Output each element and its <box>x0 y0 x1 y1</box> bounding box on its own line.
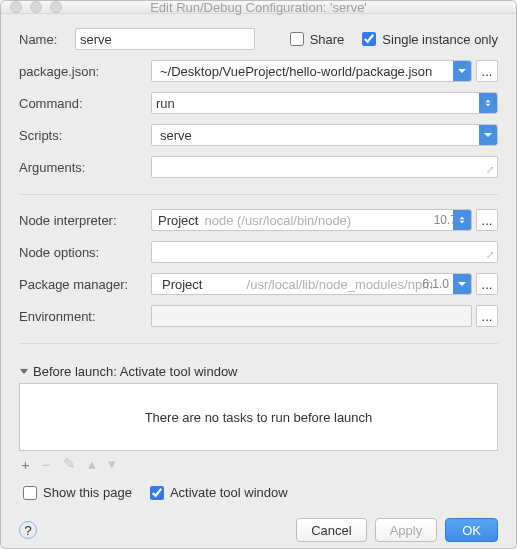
add-task-button[interactable]: + <box>21 456 30 473</box>
before-launch-header[interactable]: Before launch: Activate tool window <box>19 364 498 379</box>
share-checkbox[interactable] <box>290 32 304 46</box>
arguments-label: Arguments: <box>19 160 151 175</box>
scripts-select[interactable]: serve <box>151 124 498 146</box>
arguments-input[interactable]: ⤢ <box>151 156 498 178</box>
help-icon: ? <box>24 523 31 538</box>
package-manager-label: Package manager: <box>19 277 151 292</box>
single-instance-text: Single instance only <box>382 32 498 47</box>
name-row: Name: Share Single instance only <box>19 28 498 50</box>
move-down-button: ▾ <box>108 455 116 473</box>
package-manager-row: Package manager: Project /usr/local/lib/… <box>19 273 498 295</box>
package-json-browse-button[interactable]: ... <box>476 60 498 82</box>
chevron-down-icon <box>453 61 471 81</box>
package-json-select[interactable]: ~/Desktop/VueProject/hello-world/package… <box>151 60 472 82</box>
dialog-window: Edit Run/Debug Configuration: 'serve' Na… <box>0 0 517 549</box>
node-interpreter-row: Node interpreter: Project node (/usr/loc… <box>19 209 498 231</box>
package-json-value: ~/Desktop/VueProject/hello-world/package… <box>156 64 432 79</box>
ellipsis-icon: ... <box>482 309 493 324</box>
bottom-checks: Show this page Activate tool window <box>19 481 498 512</box>
package-json-row: package.json: ~/Desktop/VueProject/hello… <box>19 60 498 82</box>
activate-tool-window-text: Activate tool window <box>170 485 288 500</box>
titlebar: Edit Run/Debug Configuration: 'serve' <box>1 1 516 14</box>
separator <box>19 343 498 344</box>
footer: ? Cancel Apply OK <box>19 512 498 549</box>
scripts-label: Scripts: <box>19 128 151 143</box>
package-manager-browse-button[interactable]: ... <box>476 273 498 295</box>
node-interpreter-path: node (/usr/local/bin/node) <box>198 213 351 228</box>
chevron-updown-icon <box>453 210 471 230</box>
command-value: run <box>152 96 175 111</box>
scripts-row: Scripts: serve <box>19 124 498 146</box>
ok-button[interactable]: OK <box>445 518 498 542</box>
chevron-updown-icon <box>479 93 497 113</box>
environment-browse-button[interactable]: ... <box>476 305 498 327</box>
before-launch-tasks: There are no tasks to run before launch <box>19 383 498 451</box>
show-this-page-text: Show this page <box>43 485 132 500</box>
command-select[interactable]: run <box>151 92 498 114</box>
single-instance-label[interactable]: Single instance only <box>362 32 498 47</box>
triangle-down-icon <box>19 367 29 377</box>
chevron-down-icon <box>479 125 497 145</box>
command-row: Command: run <box>19 92 498 114</box>
name-input[interactable] <box>75 28 255 50</box>
help-button[interactable]: ? <box>19 521 37 539</box>
separator <box>19 194 498 195</box>
show-this-page-checkbox[interactable] <box>23 486 37 500</box>
single-instance-checkbox[interactable] <box>362 32 376 46</box>
command-label: Command: <box>19 96 151 111</box>
name-row-checks: Share Single instance only <box>290 32 498 47</box>
environment-input[interactable] <box>151 305 472 327</box>
chevron-down-icon <box>453 274 471 294</box>
move-up-button: ▴ <box>88 455 96 473</box>
node-options-row: Node options: ⤢ <box>19 241 498 263</box>
before-launch-toolbar: + − ✎ ▴ ▾ <box>19 451 498 481</box>
window-title: Edit Run/Debug Configuration: 'serve' <box>1 0 516 15</box>
apply-button: Apply <box>375 518 438 542</box>
ellipsis-icon: ... <box>482 213 493 228</box>
expand-icon[interactable]: ⤢ <box>486 164 494 175</box>
arguments-row: Arguments: ⤢ <box>19 156 498 178</box>
before-launch-empty: There are no tasks to run before launch <box>145 410 373 425</box>
share-check-label[interactable]: Share <box>290 32 345 47</box>
expand-icon[interactable]: ⤢ <box>486 249 494 260</box>
package-json-label: package.json: <box>19 64 151 79</box>
node-interpreter-select[interactable]: Project node (/usr/local/bin/node) 10.7.… <box>151 209 472 231</box>
dialog-body: Name: Share Single instance only package… <box>1 14 516 549</box>
node-interpreter-project: Project <box>152 213 198 228</box>
package-manager-version: 6.1.0 <box>422 277 449 291</box>
remove-task-button: − <box>42 456 51 473</box>
node-interpreter-browse-button[interactable]: ... <box>476 209 498 231</box>
edit-task-button: ✎ <box>63 455 76 473</box>
share-text: Share <box>310 32 345 47</box>
node-options-label: Node options: <box>19 245 151 260</box>
scripts-value: serve <box>156 128 192 143</box>
before-launch-title: Before launch: Activate tool window <box>33 364 238 379</box>
ellipsis-icon: ... <box>482 64 493 79</box>
node-options-input[interactable]: ⤢ <box>151 241 498 263</box>
name-label: Name: <box>19 32 75 47</box>
environment-label: Environment: <box>19 309 151 324</box>
ellipsis-icon: ... <box>482 277 493 292</box>
package-manager-project: Project <box>156 277 202 292</box>
cancel-button[interactable]: Cancel <box>296 518 366 542</box>
package-manager-select[interactable]: Project /usr/local/lib/node_modules/npm … <box>151 273 472 295</box>
environment-row: Environment: ... <box>19 305 498 327</box>
node-interpreter-label: Node interpreter: <box>19 213 151 228</box>
activate-tool-window-label[interactable]: Activate tool window <box>150 485 288 500</box>
activate-tool-window-checkbox[interactable] <box>150 486 164 500</box>
show-this-page-label[interactable]: Show this page <box>23 485 132 500</box>
